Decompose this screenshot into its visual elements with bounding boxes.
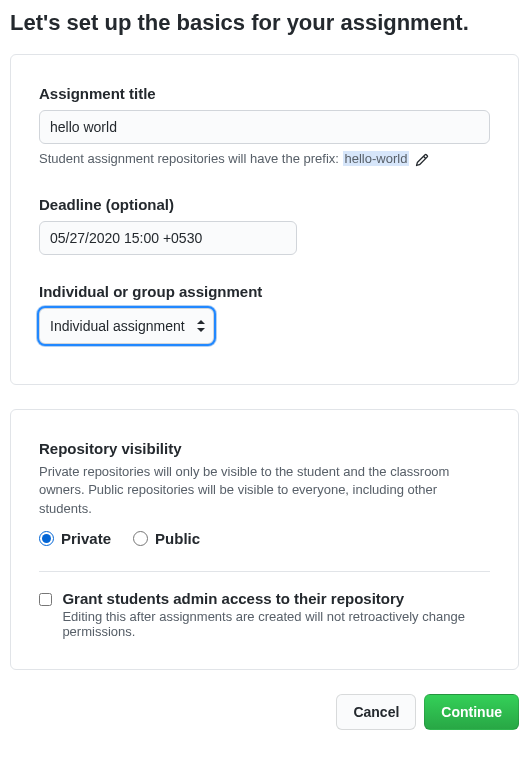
continue-button[interactable]: Continue xyxy=(424,694,519,730)
visibility-public-radio[interactable] xyxy=(133,531,148,546)
deadline-field: Deadline (optional) xyxy=(39,196,490,255)
prefix-hint-text: Student assignment repositories will hav… xyxy=(39,151,343,166)
visibility-private-option[interactable]: Private xyxy=(39,530,111,547)
admin-access-sub: Editing this after assignments are creat… xyxy=(62,609,490,639)
basics-panel: Assignment title Student assignment repo… xyxy=(10,54,519,385)
visibility-private-radio[interactable] xyxy=(39,531,54,546)
deadline-input[interactable] xyxy=(39,221,297,255)
assignment-type-select[interactable]: Individual assignment xyxy=(39,308,214,344)
page-title: Let's set up the basics for your assignm… xyxy=(10,10,529,36)
assignment-title-label: Assignment title xyxy=(39,85,490,102)
visibility-panel: Repository visibility Private repositori… xyxy=(10,409,519,670)
prefix-value: hello-world xyxy=(343,151,410,166)
visibility-private-label: Private xyxy=(61,530,111,547)
assignment-title-input[interactable] xyxy=(39,110,490,144)
visibility-public-option[interactable]: Public xyxy=(133,530,200,547)
visibility-heading: Repository visibility xyxy=(39,440,490,457)
admin-access-checkbox[interactable] xyxy=(39,592,52,607)
visibility-description: Private repositories will only be visibl… xyxy=(39,463,490,518)
visibility-section: Repository visibility Private repositori… xyxy=(39,440,490,547)
assignment-prefix-hint: Student assignment repositories will hav… xyxy=(39,150,490,168)
deadline-label: Deadline (optional) xyxy=(39,196,490,213)
assignment-type-label: Individual or group assignment xyxy=(39,283,490,300)
cancel-button[interactable]: Cancel xyxy=(336,694,416,730)
divider xyxy=(39,571,490,572)
admin-access-label: Grant students admin access to their rep… xyxy=(62,590,490,607)
edit-prefix-icon[interactable] xyxy=(415,153,429,167)
assignment-type-field: Individual or group assignment Individua… xyxy=(39,283,490,344)
visibility-public-label: Public xyxy=(155,530,200,547)
footer-buttons: Cancel Continue xyxy=(10,694,519,730)
admin-access-row: Grant students admin access to their rep… xyxy=(39,590,490,639)
assignment-title-field: Assignment title Student assignment repo… xyxy=(39,85,490,168)
